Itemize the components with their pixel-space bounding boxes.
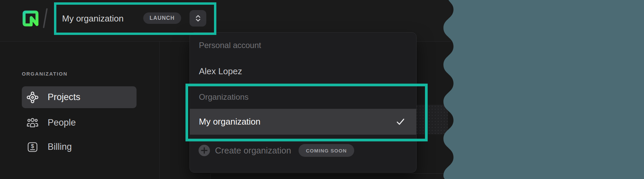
billing-dollar-icon: $	[26, 141, 39, 153]
teal-wave-panel	[433, 0, 644, 179]
background-panel-corner	[210, 173, 448, 179]
app-root: My organization LAUNCH ORGANIZATION	[0, 0, 644, 179]
sidebar-item-projects[interactable]: Projects	[22, 86, 137, 108]
sidebar-item-label: Billing	[48, 142, 72, 152]
annotation-box-header	[54, 2, 216, 35]
coming-soon-label: COMING SOON	[306, 148, 347, 153]
svg-text:$: $	[31, 143, 34, 149]
sidebar-item-people[interactable]: People	[22, 112, 137, 134]
annotation-box-organizations	[185, 84, 428, 141]
neon-logo-icon[interactable]	[21, 9, 40, 28]
plus-circle-icon	[198, 144, 210, 156]
sidebar-divider	[159, 42, 160, 179]
menu-item-label: Create organization	[215, 145, 291, 156]
dropdown-section-personal-account: Personal account	[199, 41, 261, 50]
menu-item-alex-lopez[interactable]: Alex Lopez	[190, 63, 416, 79]
coming-soon-badge: COMING SOON	[299, 144, 354, 157]
sidebar-item-label: People	[48, 118, 76, 128]
sidebar-section-label: ORGANIZATION	[22, 71, 67, 77]
sidebar-item-label: Projects	[48, 92, 80, 102]
menu-item-create-organization: Create organization COMING SOON	[190, 141, 416, 160]
people-group-icon	[26, 117, 39, 129]
projects-nodes-icon	[26, 91, 39, 103]
sidebar-item-billing[interactable]: $ Billing	[22, 136, 137, 158]
